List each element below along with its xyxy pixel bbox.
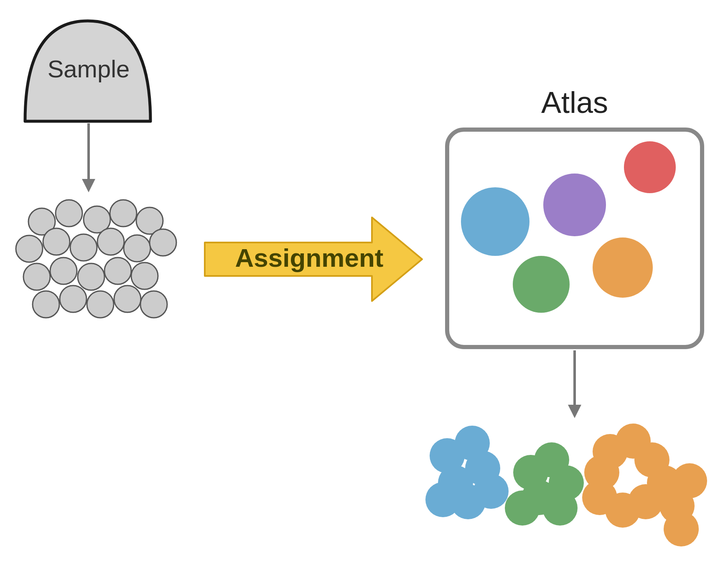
svg-point-38 [473, 474, 509, 509]
atlas-label: Atlas [541, 86, 608, 119]
svg-point-52 [584, 455, 619, 490]
svg-marker-31 [568, 405, 581, 418]
svg-point-5 [110, 200, 137, 227]
svg-point-29 [593, 237, 653, 298]
assignment-arrow: Assignment [205, 217, 422, 301]
down-arrow-sample [82, 123, 95, 192]
svg-point-27 [624, 141, 676, 193]
svg-point-8 [43, 228, 70, 255]
sample-shape: Sample [25, 21, 150, 121]
svg-point-43 [542, 490, 578, 526]
svg-point-15 [78, 263, 104, 290]
down-arrow-atlas [568, 350, 581, 418]
svg-point-9 [70, 234, 97, 261]
svg-marker-1 [82, 179, 95, 192]
sample-cells [16, 200, 176, 318]
svg-point-10 [97, 228, 124, 255]
svg-point-11 [124, 235, 150, 262]
svg-point-13 [23, 263, 50, 290]
svg-point-20 [87, 291, 114, 318]
svg-point-18 [33, 291, 59, 318]
svg-point-54 [672, 463, 707, 498]
svg-point-44 [505, 490, 540, 526]
svg-point-17 [131, 263, 158, 289]
svg-point-7 [16, 235, 43, 262]
svg-point-26 [543, 174, 606, 236]
output-cells [425, 424, 707, 546]
svg-point-14 [50, 258, 77, 284]
diagram-container: Sample [0, 0, 728, 582]
svg-point-3 [56, 200, 82, 227]
svg-point-25 [461, 187, 529, 256]
sample-label: Sample [48, 55, 130, 82]
svg-point-12 [150, 229, 176, 256]
svg-point-55 [664, 511, 699, 546]
svg-point-28 [513, 256, 570, 313]
svg-point-21 [114, 286, 141, 312]
assignment-label: Assignment [235, 243, 384, 272]
svg-point-22 [140, 291, 167, 318]
svg-point-16 [104, 258, 131, 284]
svg-point-19 [60, 286, 87, 312]
atlas-box: Atlas [447, 86, 702, 347]
